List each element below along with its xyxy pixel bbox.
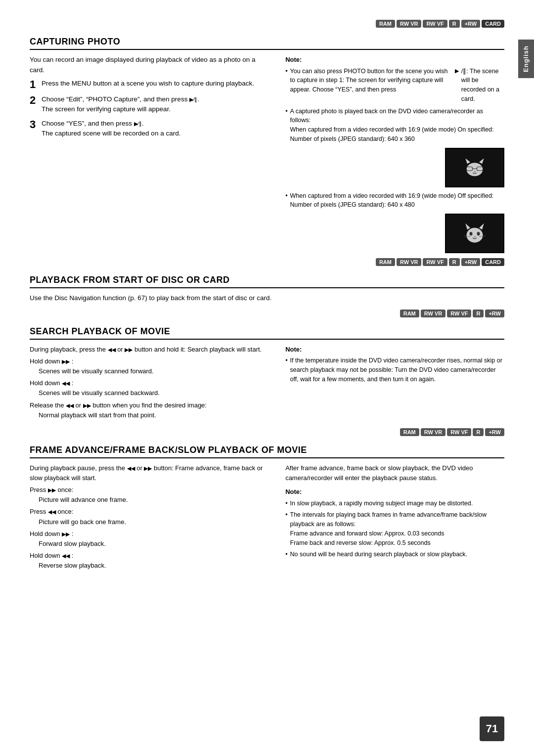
fa-note-2: The intervals for playing back frames in… [285, 510, 504, 547]
step-1: 1 Press the MENU button at a scene you w… [30, 79, 270, 90]
rew-slow-detail: Reverse slow playback. [30, 562, 106, 569]
page: English RAM RW VR RW VF R +RW CARD Captu… [0, 0, 534, 756]
fa-note-3: No sound will be heard during search pla… [285, 550, 504, 559]
svg-marker-1 [465, 158, 470, 164]
badge-plusrw-3: +RW [485, 310, 504, 317]
frame-advance-right-text: After frame advance, frame back or slow … [285, 463, 504, 483]
ff-slow-detail: Forward slow playback. [30, 540, 106, 547]
badge-rwvr: RW VR [397, 20, 421, 28]
rew-once-detail: Picture will go back one frame. [30, 518, 126, 526]
badge-r-2: R [449, 258, 460, 266]
play-pause-icon-2 [189, 96, 193, 102]
badge-card: CARD [482, 20, 504, 28]
step-3-number: 3 [30, 119, 39, 131]
search-release-detail: Normal playback will start from that poi… [30, 411, 156, 419]
press-ff-once: Press ▶▶ once: Picture will advance one … [30, 485, 270, 505]
capturing-photo-badges-top: RAM RW VR RW VF R +RW CARD [30, 20, 504, 28]
badge-ram: RAM [376, 20, 395, 28]
ff-icon-1: ▶▶ [125, 347, 133, 353]
search-ff-detail: Scenes will be visually scanned forward. [30, 367, 154, 375]
page-number: 71 [480, 716, 504, 741]
badge-rwvf-4: RW VF [447, 428, 471, 436]
capturing-photo-content: You can record an image displayed during… [30, 55, 504, 253]
play-icon-note: ▶ [455, 67, 459, 104]
badge-ram-4: RAM [400, 428, 419, 436]
rew-icon-1: ◀◀ [108, 347, 116, 353]
svg-point-10 [470, 232, 473, 236]
note-block-2: If the temperature inside the DVD video … [285, 356, 504, 384]
note-block-3: In slow playback, a rapidly moving subje… [285, 499, 504, 560]
rew-icon-3: ◀◀ [66, 402, 74, 408]
badge-rwvf-2: RW VF [423, 258, 447, 266]
capturing-photo-right: Note: You can also press PHOTO button fo… [285, 55, 504, 253]
note-bullet-3: When captured from a video recorded with… [285, 191, 504, 210]
hold-rew-slow: Hold down ◀◀ : Reverse slow playback. [30, 551, 270, 571]
photo-thumb-2 [445, 214, 504, 253]
search-playback-badges: RAM RW VR RW VF R +RW [30, 310, 504, 317]
badge-plusrw-2: +RW [461, 258, 481, 266]
badge-rwvf-3: RW VF [447, 310, 471, 317]
badge-card-2: CARD [482, 258, 504, 266]
fa-note-1: In slow playback, a rapidly moving subje… [285, 499, 504, 508]
svg-point-11 [477, 232, 480, 236]
badge-r-4: R [473, 428, 484, 436]
press-rew-once: Press ◀◀ once: Picture will go back one … [30, 507, 270, 527]
photo-thumb-1 [445, 148, 504, 187]
rew-icon-fa2: ◀◀ [48, 509, 56, 515]
badge-rwvf: RW VF [423, 20, 447, 28]
rew-icon-fa: ◀◀ [127, 465, 135, 471]
ff-icon-fa2: ▶▶ [48, 487, 56, 493]
frame-advance-right: After frame advance, frame back or slow … [285, 463, 504, 573]
rew-icon-fa3: ◀◀ [62, 553, 70, 559]
note-bullet-1: You can also press PHOTO button for the … [285, 67, 504, 104]
badge-ram-2: RAM [376, 258, 395, 266]
cat-svg [460, 219, 490, 248]
capturing-photo-left: You can record an image displayed during… [30, 55, 270, 253]
cat-glasses-svg [460, 153, 490, 182]
frame-advance-title: Frame Advance/Frame Back/Slow Playback o… [30, 445, 504, 458]
step-1-text: Press the MENU button at a scene you wis… [42, 79, 254, 89]
badge-rwvr-2: RW VR [397, 258, 421, 266]
search-playback-content: During playback, press the ◀◀ or ▶▶ butt… [30, 345, 504, 422]
badge-r-3: R [473, 310, 484, 317]
svg-point-0 [467, 163, 483, 176]
search-playback-left: During playback, press the ◀◀ or ▶▶ butt… [30, 345, 270, 422]
frame-advance-content: During playback pause, press the ◀◀ or ▶… [30, 463, 504, 573]
note-label-1: Note: [285, 55, 504, 65]
search-playback-intro: During playback, press the ◀◀ or ▶▶ butt… [30, 345, 270, 355]
playback-start-badges: RAM RW VR RW VF R +RW CARD [30, 258, 504, 266]
badge-plusrw-4: +RW [485, 428, 504, 436]
ff-once-detail: Picture will advance one frame. [30, 496, 128, 503]
search-release: Release the ◀◀ or ▶▶ button when you fin… [30, 400, 270, 420]
svg-point-7 [467, 228, 483, 243]
step-2-number: 2 [30, 94, 39, 106]
frame-advance-badges: RAM RW VR RW VF R +RW [30, 428, 504, 436]
svg-point-12 [474, 236, 476, 237]
frame-advance-left: During playback pause, press the ◀◀ or ▶… [30, 463, 270, 573]
search-hold-rew: Hold down ◀◀ : Scenes will be visually s… [30, 378, 270, 398]
step-2-text: Choose “Edit”, “PHOTO Capture”, and then… [42, 94, 199, 115]
badge-ram-3: RAM [400, 310, 419, 317]
step-2: 2 Choose “Edit”, “PHOTO Capture”, and th… [30, 94, 270, 115]
ff-icon-2: ▶▶ [62, 358, 70, 364]
search-hold-ff: Hold down ▶▶ : Scenes will be visually s… [30, 356, 270, 376]
ff-icon-fa3: ▶▶ [62, 531, 70, 537]
play-pause-icon-3 [134, 121, 138, 127]
capturing-photo-title: Capturing Photo [30, 37, 504, 50]
search-rew-detail: Scenes will be visually scanned backward… [30, 389, 160, 397]
hold-ff-slow: Hold down ▶▶ : Forward slow playback. [30, 529, 270, 549]
step-3: 3 Choose “YES”, and then press ∕∥. The c… [30, 119, 270, 139]
frame-advance-intro: During playback pause, press the ◀◀ or ▶… [30, 463, 270, 483]
ff-icon-fa: ▶▶ [144, 465, 152, 471]
note-label-2: Note: [285, 345, 504, 355]
svg-point-6 [474, 171, 476, 172]
side-tab-english: English [518, 40, 534, 78]
step-1-number: 1 [30, 79, 39, 90]
note-block-1: You can also press PHOTO button for the … [285, 67, 504, 254]
rew-icon-2: ◀◀ [62, 380, 70, 386]
note-bullet-2: A captured photo is played back on the D… [285, 107, 504, 144]
svg-marker-2 [479, 158, 484, 164]
step-3-text: Choose “YES”, and then press ∕∥. The cap… [42, 119, 180, 139]
search-note-1: If the temperature inside the DVD video … [285, 356, 504, 384]
badge-rwvr-4: RW VR [421, 428, 445, 436]
